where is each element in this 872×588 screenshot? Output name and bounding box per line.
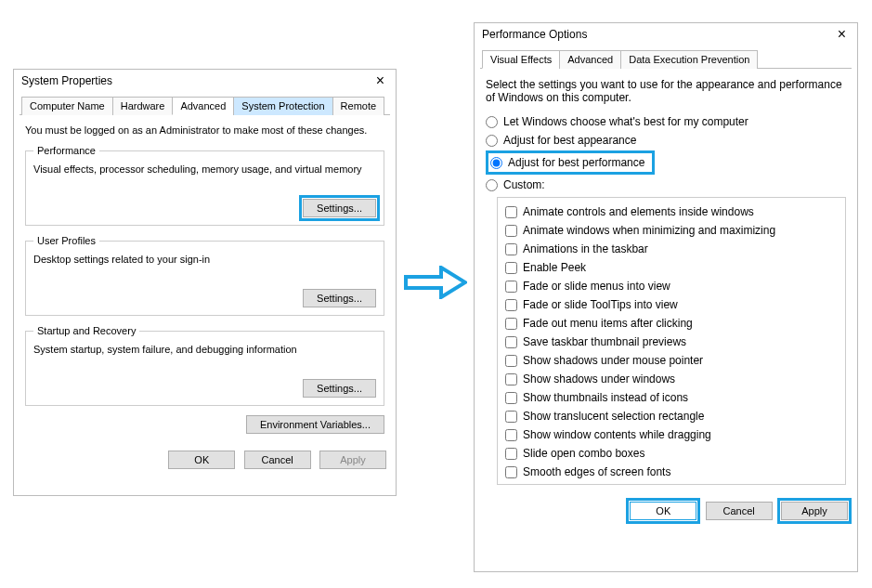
check-input[interactable]: [505, 318, 517, 330]
po-ok-button[interactable]: OK: [630, 502, 696, 520]
check-item[interactable]: Slide open combo boxes: [505, 445, 838, 462]
advanced-panel: You must be logged on as an Administrato…: [14, 115, 396, 443]
check-label: Smooth edges of screen fonts: [523, 464, 670, 480]
tab-advanced[interactable]: Advanced: [172, 97, 234, 115]
sp-ok-button[interactable]: OK: [168, 451, 235, 469]
close-icon[interactable]: ×: [372, 73, 388, 88]
tab-visual-effects[interactable]: Visual Effects: [482, 50, 560, 69]
check-item[interactable]: Show translucent selection rectangle: [505, 408, 838, 425]
check-label: Save taskbar thumbnail previews: [523, 333, 686, 350]
sp-apply-button: Apply: [319, 451, 386, 469]
check-item[interactable]: Animate windows when minimizing and maxi…: [505, 222, 838, 239]
tab-system-protection[interactable]: System Protection: [233, 97, 332, 115]
performance-group: Performance Visual effects, processor sc…: [25, 145, 384, 226]
check-input[interactable]: [505, 448, 517, 460]
check-item[interactable]: Smooth edges of screen fonts: [505, 464, 838, 480]
check-label: Show shadows under mouse pointer: [523, 352, 703, 369]
check-input[interactable]: [505, 336, 517, 348]
radio-input-best-performance[interactable]: [490, 157, 502, 169]
check-input[interactable]: [505, 262, 517, 274]
check-item[interactable]: Animate controls and elements inside win…: [505, 203, 838, 220]
check-label: Fade or slide ToolTips into view: [523, 296, 678, 313]
user-profiles-settings-button[interactable]: Settings...: [303, 289, 376, 307]
radio-let-windows-choose[interactable]: Let Windows choose what's best for my co…: [486, 113, 846, 130]
tab-dep[interactable]: Data Execution Prevention: [620, 50, 758, 69]
check-item[interactable]: Fade out menu items after clicking: [505, 315, 838, 332]
user-profiles-legend: User Profiles: [33, 235, 99, 246]
check-label: Fade out menu items after clicking: [523, 315, 693, 332]
check-label: Smooth-scroll list boxes: [523, 482, 641, 485]
close-icon[interactable]: ×: [834, 27, 850, 42]
visual-effects-instructions: Select the settings you want to use for …: [486, 78, 846, 104]
check-label: Show translucent selection rectangle: [523, 408, 704, 425]
radio-input-let-windows[interactable]: [486, 116, 498, 128]
check-input[interactable]: [505, 355, 517, 367]
po-cancel-button[interactable]: Cancel: [706, 502, 773, 520]
performance-desc: Visual effects, processor scheduling, me…: [33, 163, 376, 175]
startup-recovery-settings-button[interactable]: Settings...: [303, 379, 376, 398]
check-item[interactable]: Save taskbar thumbnail previews: [505, 333, 838, 350]
check-input[interactable]: [505, 485, 517, 486]
visual-effects-checklist[interactable]: Animate controls and elements inside win…: [497, 197, 846, 485]
system-properties-title: System Properties: [21, 74, 112, 87]
check-item[interactable]: Enable Peek: [505, 259, 838, 276]
check-label: Show shadows under windows: [523, 371, 675, 387]
check-item[interactable]: Show shadows under windows: [505, 371, 838, 387]
radio-best-performance[interactable]: Adjust for best performance: [486, 150, 655, 175]
performance-options-dialog: Performance Options × Visual Effects Adv…: [474, 22, 858, 572]
tab-computer-name[interactable]: Computer Name: [21, 97, 113, 115]
check-item[interactable]: Fade or slide ToolTips into view: [505, 296, 838, 313]
check-input[interactable]: [505, 411, 517, 423]
radio-label: Let Windows choose what's best for my co…: [503, 113, 748, 130]
check-label: Show window contents while dragging: [523, 426, 711, 443]
po-apply-button[interactable]: Apply: [781, 502, 848, 520]
check-label: Slide open combo boxes: [523, 445, 644, 462]
system-properties-dialog: System Properties × Computer Name Hardwa…: [13, 69, 397, 496]
check-item[interactable]: Fade or slide menus into view: [505, 278, 838, 294]
radio-input-best-appearance[interactable]: [486, 135, 498, 147]
radio-label: Custom:: [503, 176, 545, 193]
arrow-icon: [404, 266, 467, 299]
check-item[interactable]: Show shadows under mouse pointer: [505, 352, 838, 369]
check-input[interactable]: [505, 373, 517, 385]
tab-hardware[interactable]: Hardware: [112, 97, 174, 115]
check-label: Animate controls and elements inside win…: [523, 203, 754, 220]
system-properties-tabs: Computer Name Hardware Advanced System P…: [20, 96, 390, 115]
user-profiles-group: User Profiles Desktop settings related t…: [25, 235, 384, 316]
check-input[interactable]: [505, 392, 517, 404]
check-input[interactable]: [505, 466, 517, 478]
system-properties-footer: OK Cancel Apply: [14, 443, 396, 477]
tab-perf-advanced[interactable]: Advanced: [559, 50, 621, 69]
radio-input-custom[interactable]: [486, 179, 498, 191]
startup-recovery-desc: System startup, system failure, and debu…: [33, 344, 376, 355]
performance-settings-button[interactable]: Settings...: [303, 199, 376, 217]
system-properties-titlebar: System Properties ×: [14, 70, 396, 92]
startup-recovery-group: Startup and Recovery System startup, sys…: [25, 325, 384, 406]
radio-custom[interactable]: Custom:: [486, 176, 846, 193]
tab-remote[interactable]: Remote: [332, 97, 385, 115]
admin-note: You must be logged on as an Administrato…: [25, 124, 384, 136]
check-item[interactable]: Smooth-scroll list boxes: [505, 482, 838, 485]
check-item[interactable]: Show window contents while dragging: [505, 426, 838, 443]
check-input[interactable]: [505, 299, 517, 311]
performance-options-titlebar: Performance Options ×: [475, 23, 857, 46]
check-input[interactable]: [505, 281, 517, 293]
performance-options-tabs: Visual Effects Advanced Data Execution P…: [480, 49, 852, 69]
check-input[interactable]: [505, 206, 517, 218]
check-label: Show thumbnails instead of icons: [523, 389, 688, 406]
environment-variables-button[interactable]: Environment Variables...: [246, 415, 384, 434]
check-input[interactable]: [505, 243, 517, 255]
check-label: Animations in the taskbar: [523, 241, 648, 257]
visual-effects-panel: Select the settings you want to use for …: [475, 69, 857, 494]
sp-cancel-button[interactable]: Cancel: [244, 451, 311, 469]
radio-best-performance-row: Adjust for best performance: [486, 150, 846, 175]
check-item[interactable]: Animations in the taskbar: [505, 241, 838, 257]
check-input[interactable]: [505, 225, 517, 237]
startup-recovery-legend: Startup and Recovery: [33, 325, 139, 336]
check-item[interactable]: Show thumbnails instead of icons: [505, 389, 838, 406]
radio-best-appearance[interactable]: Adjust for best appearance: [486, 132, 846, 149]
check-input[interactable]: [505, 429, 517, 441]
radio-label: Adjust for best appearance: [503, 132, 636, 149]
check-label: Fade or slide menus into view: [523, 278, 670, 294]
performance-options-footer: OK Cancel Apply: [475, 494, 857, 528]
